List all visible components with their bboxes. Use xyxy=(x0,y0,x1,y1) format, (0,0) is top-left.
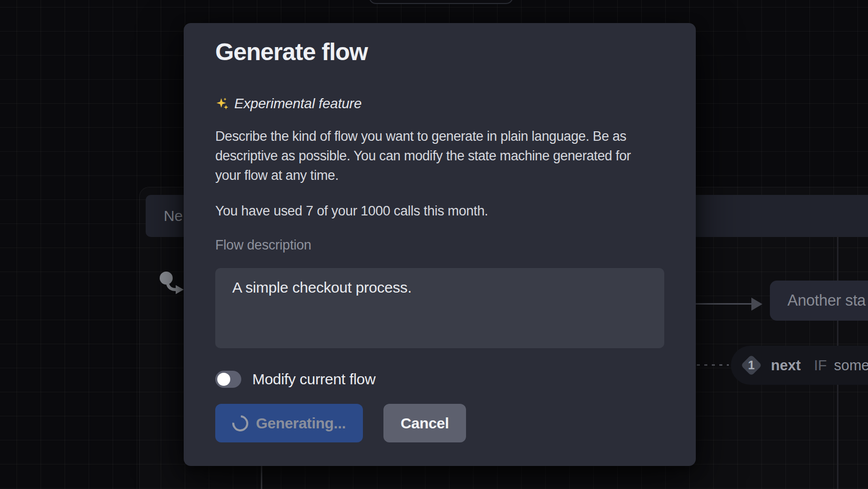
edge-arrowhead-icon xyxy=(751,298,762,311)
generate-flow-dialog: Generate flow Experimental feature Descr… xyxy=(184,23,696,466)
usage-note: You have used 7 of your 1000 calls this … xyxy=(215,203,488,219)
generate-button[interactable]: Generating... xyxy=(215,404,363,442)
edge-line xyxy=(696,303,752,305)
transition-event-label: next xyxy=(771,357,801,374)
dialog-title: Generate flow xyxy=(215,38,367,66)
cancel-button-label: Cancel xyxy=(400,415,449,432)
modify-flow-toggle-label: Modify current flow xyxy=(252,371,375,388)
loading-spinner-icon xyxy=(229,412,252,434)
dialog-description: Describe the kind of flow you want to ge… xyxy=(215,127,681,185)
flow-editor-canvas: Ne Another sta 1 next IF some Generate f… xyxy=(0,0,868,489)
transition-count-value: 1 xyxy=(744,358,759,373)
sparkles-icon xyxy=(215,97,229,111)
another-state-node[interactable]: Another sta xyxy=(770,281,868,321)
edge-below-modal xyxy=(261,465,262,489)
experimental-note-text: Experimental feature xyxy=(234,96,361,112)
dotted-edge xyxy=(697,364,729,366)
dialog-buttons: Generating... Cancel xyxy=(215,404,466,442)
transition-condition-text: some xyxy=(834,357,868,374)
start-marker-icon xyxy=(158,270,186,298)
modify-flow-toggle[interactable] xyxy=(215,371,241,388)
group-state-title: Ne xyxy=(164,207,183,224)
partial-node-top[interactable] xyxy=(369,0,513,4)
transition-condition-keyword: IF xyxy=(814,357,827,374)
flow-description-label: Flow description xyxy=(215,237,311,253)
experimental-note: Experimental feature xyxy=(215,96,361,112)
another-state-label: Another sta xyxy=(787,292,865,310)
modify-flow-toggle-row: Modify current flow xyxy=(215,370,375,389)
transition-count-badge: 1 xyxy=(741,355,762,376)
cancel-button[interactable]: Cancel xyxy=(383,404,466,442)
generate-button-label: Generating... xyxy=(256,415,345,432)
toggle-knob xyxy=(217,373,230,386)
flow-description-input[interactable]: A simple checkout process. xyxy=(215,268,664,348)
transition-pill[interactable]: 1 next IF some xyxy=(731,346,868,385)
